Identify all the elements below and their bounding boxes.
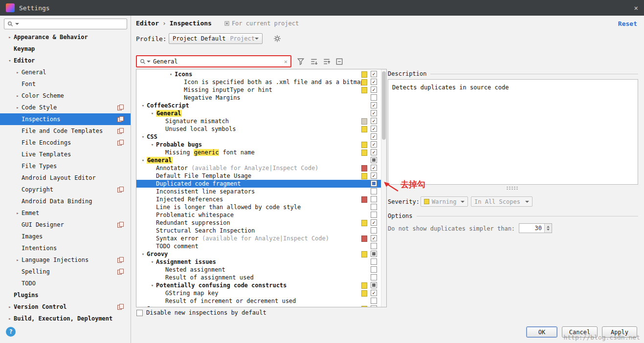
sidebar-item-version-control[interactable]: Version Control <box>0 301 131 313</box>
sidebar-item-keymap[interactable]: Keymap <box>0 43 131 55</box>
ok-button[interactable]: OK <box>526 326 557 338</box>
inspection-row-todo-comment[interactable]: TODO comment <box>136 242 381 250</box>
duplicates-threshold-spinner[interactable]: 30 <box>519 223 552 233</box>
inspection-checkbox[interactable] <box>371 266 377 273</box>
reset-filter-icon[interactable] <box>335 58 343 65</box>
sidebar-item-gui-designer[interactable]: GUI Designer <box>0 219 131 231</box>
cancel-button[interactable]: Cancel <box>562 326 598 338</box>
chevron-right-icon[interactable] <box>14 70 22 75</box>
inspection-checkbox[interactable] <box>371 298 377 304</box>
sidebar-item-file-types[interactable]: File Types <box>0 160 131 172</box>
inspection-row-redundant-suppression[interactable]: Redundant suppression <box>136 219 381 227</box>
inspection-checkbox[interactable] <box>371 204 377 210</box>
sidebar-item-code-style[interactable]: Code Style <box>0 102 131 113</box>
inspection-checkbox[interactable] <box>371 118 377 124</box>
inspection-row-css[interactable]: CSS <box>136 133 381 141</box>
apply-button[interactable]: Apply <box>602 326 637 338</box>
chevron-down-icon[interactable] <box>139 134 147 139</box>
inspection-row-gstring-map-key[interactable]: GString map key <box>136 289 381 297</box>
inspection-checkbox[interactable] <box>371 126 377 132</box>
sidebar-item-file-and-code-templates[interactable]: File and Code Templates <box>0 125 131 137</box>
sidebar-item-editor[interactable]: Editor <box>0 55 131 66</box>
inspection-row-java[interactable]: Java <box>136 305 381 307</box>
inspection-row-problematic-whitespace[interactable]: Problematic whitespace <box>136 211 381 219</box>
inspection-row-coffeescript[interactable]: CoffeeScript <box>136 102 381 109</box>
inspection-checkbox[interactable] <box>371 188 377 194</box>
spinner-down-icon[interactable] <box>547 229 550 231</box>
inspection-checkbox[interactable] <box>371 141 377 148</box>
inspection-row-default-file-template-usage[interactable]: Default File Template Usage <box>136 172 381 180</box>
inspection-checkbox[interactable] <box>371 86 377 93</box>
chevron-right-icon[interactable] <box>14 211 22 215</box>
expand-all-icon[interactable] <box>310 58 318 65</box>
clear-search-icon[interactable]: ✕ <box>284 58 288 65</box>
inspection-checkbox[interactable] <box>371 79 377 85</box>
inspection-row-icon-is-specified-both-as-xml-file-and-as-a-bitmap[interactable]: Icon is specified both as .xml file and … <box>136 78 381 86</box>
sidebar-item-intentions[interactable]: Intentions <box>0 242 131 254</box>
inspection-row-nested-assignment[interactable]: Nested assignment <box>136 266 381 274</box>
inspection-checkbox[interactable] <box>371 149 377 155</box>
inspection-checkbox[interactable] <box>371 219 377 226</box>
inspection-row-probable-bugs[interactable]: Probable bugs <box>136 141 381 149</box>
sidebar-item-color-scheme[interactable]: Color Scheme <box>0 90 131 102</box>
inspection-row-general[interactable]: General <box>136 109 381 117</box>
gear-icon[interactable] <box>273 35 281 43</box>
disable-new-inspections-row[interactable]: Disable new inspections by default <box>136 309 266 316</box>
reset-link[interactable]: Reset <box>618 20 637 27</box>
inspection-row-syntax-error[interactable]: Syntax error (available for Analyze|Insp… <box>136 235 381 242</box>
inspection-checkbox[interactable] <box>371 71 377 77</box>
chevron-right-icon[interactable] <box>6 35 14 40</box>
inspection-checkbox[interactable] <box>371 274 377 280</box>
chevron-right-icon[interactable] <box>14 93 22 98</box>
inspection-checkbox[interactable] <box>371 157 377 163</box>
scope-dropdown[interactable]: In All Scopes <box>471 196 533 207</box>
inspection-checkbox[interactable] <box>371 165 377 171</box>
sidebar-item-emmet[interactable]: Emmet <box>0 207 131 219</box>
breadcrumb-editor[interactable]: Editor <box>136 20 159 27</box>
inspection-checkbox[interactable] <box>371 258 377 265</box>
chevron-down-icon[interactable] <box>149 283 156 288</box>
inspection-checkbox[interactable] <box>371 212 377 218</box>
inspection-row-result-of-assignment-used[interactable]: Result of assignment used <box>136 274 381 281</box>
inspection-checkbox[interactable] <box>371 227 377 234</box>
chevron-right-icon[interactable] <box>6 304 14 309</box>
sidebar-item-general[interactable]: General <box>0 66 131 78</box>
splitter-grip[interactable] <box>506 186 519 190</box>
inspection-row-line-is-longer-than-allowed-by-code-style[interactable]: Line is longer than allowed by code styl… <box>136 203 381 211</box>
sidebar-item-android-data-binding[interactable]: Android Data Binding <box>0 195 131 207</box>
help-button[interactable] <box>6 327 16 337</box>
sidebar-item-file-encodings[interactable]: File Encodings <box>0 137 131 149</box>
chevron-down-icon[interactable] <box>149 111 156 116</box>
search-history-arrow-icon[interactable] <box>15 23 19 25</box>
spinner-buttons[interactable] <box>544 224 552 233</box>
inspection-row-inconsistent-line-separators[interactable]: Inconsistent line separators <box>136 188 381 195</box>
inspection-row-injected-references[interactable]: Injected References <box>136 195 381 203</box>
profile-combobox[interactable]: Project Default Project <box>169 33 263 44</box>
chevron-down-icon[interactable] <box>139 103 147 108</box>
sidebar-item-android-layout-editor[interactable]: Android Layout Editor <box>0 172 131 184</box>
chevron-down-icon[interactable] <box>139 158 147 163</box>
sidebar-item-build-execution-deployment[interactable]: Build, Execution, Deployment <box>0 313 131 324</box>
inspection-checkbox[interactable] <box>371 290 377 296</box>
inspection-row-groovy[interactable]: Groovy <box>136 250 381 258</box>
inspection-row-annotator[interactable]: Annotator (available for Analyze|Inspect… <box>136 164 381 172</box>
inspection-checkbox[interactable] <box>371 305 377 307</box>
sidebar-item-spelling[interactable]: Spelling <box>0 266 131 278</box>
sidebar-item-plugins[interactable]: Plugins <box>0 289 131 301</box>
inspection-row-missing-inputtype-or-hint[interactable]: Missing inputType or hint <box>136 86 381 94</box>
sidebar-item-todo[interactable]: TODO <box>0 278 131 289</box>
collapse-all-icon[interactable] <box>323 58 331 65</box>
sidebar-item-images[interactable]: Images <box>0 231 131 242</box>
disable-new-inspections-checkbox[interactable] <box>136 310 143 316</box>
chevron-down-icon[interactable] <box>149 142 156 147</box>
chevron-down-icon[interactable] <box>167 72 175 77</box>
inspection-row-assignment-issues[interactable]: Assignment issues <box>136 258 381 266</box>
spinner-up-icon[interactable] <box>547 226 550 228</box>
inspection-row-result-of-increment-or-decrement-used[interactable]: Result of increment or decrement used <box>136 297 381 305</box>
inspections-search-input[interactable]: General ✕ <box>136 55 291 67</box>
inspection-row-generic[interactable]: Missing generic font name <box>136 149 381 156</box>
sidebar-item-inspections[interactable]: Inspections <box>0 113 131 125</box>
inspection-checkbox[interactable] <box>371 94 377 101</box>
severity-dropdown[interactable]: Warning <box>421 196 468 207</box>
close-icon[interactable]: ✕ <box>634 4 638 11</box>
